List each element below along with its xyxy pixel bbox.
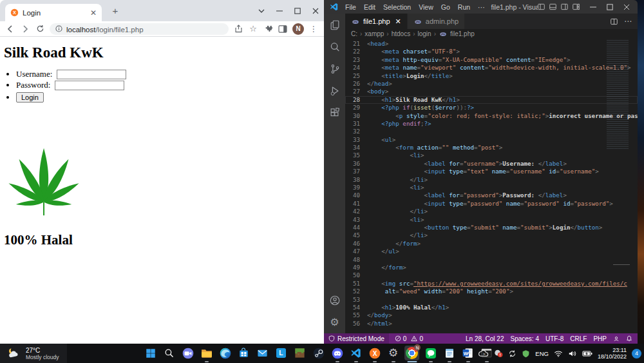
breadcrumb-item-file1php[interactable]: file1.php — [450, 30, 475, 37]
breadcrumb-item-htdocs[interactable]: htdocs — [392, 30, 410, 37]
source-control-icon[interactable] — [328, 63, 341, 75]
editor-tab-admin.php[interactable]: phpadmin.php — [408, 14, 465, 29]
breadcrumb-item-xampp[interactable]: xampp — [365, 30, 384, 37]
vscode-window: FileEditSelectionViewGoRun⋯ file1.php - … — [324, 0, 638, 344]
code-line-24: 24 <meta name="viewport" content="width=… — [345, 64, 638, 72]
extensions-icon[interactable] — [328, 106, 341, 119]
taskbar-icon-chrome[interactable]: N — [404, 346, 419, 360]
code-line-44: 44 <button type="submit" name="submit">L… — [345, 224, 638, 231]
taskbar-icon-xampp[interactable]: X — [367, 346, 382, 360]
username-label: Username: — [16, 69, 52, 79]
taskbar-icon-file-explorer[interactable] — [199, 346, 214, 360]
taskbar-icon-mail[interactable] — [255, 346, 270, 360]
taskbar-icon-line[interactable] — [423, 346, 438, 360]
taskbar-icon-discord[interactable] — [330, 346, 345, 360]
customize-layout-icon[interactable] — [573, 3, 580, 10]
menu-item-run[interactable]: Run — [454, 3, 474, 11]
language-indicator[interactable]: ENG — [535, 350, 549, 357]
eol-sequence[interactable]: CRLF — [570, 335, 587, 342]
battery-charging-icon[interactable] — [582, 351, 592, 357]
taskbar-icon-start[interactable] — [143, 346, 158, 360]
side-panel-icon[interactable] — [278, 24, 288, 34]
explorer-icon[interactable] — [328, 19, 341, 31]
alert-badge-icon[interactable] — [494, 349, 503, 358]
run-and-debug-icon[interactable] — [328, 84, 341, 97]
vscode-minimize-button[interactable] — [585, 4, 601, 10]
restricted-mode-item[interactable]: Restricted Mode — [324, 333, 389, 344]
minimize-button[interactable] — [276, 8, 283, 14]
taskbar-icon-chat[interactable] — [180, 346, 195, 360]
menu-item-go[interactable]: Go — [437, 3, 454, 11]
address-bar[interactable]: localhost/login/file1.php — [50, 23, 229, 35]
tab-close-icon[interactable]: ✕ — [90, 8, 97, 17]
taskbar-icon-minecraft[interactable] — [292, 346, 307, 360]
wifi-icon[interactable] — [554, 350, 563, 357]
share-icon[interactable] — [233, 24, 243, 34]
editor-tab-file1.php[interactable]: phpfile1.php✕ — [345, 14, 408, 29]
clock[interactable]: 23:11 18/10/2022 — [598, 347, 627, 360]
extensions-puzzle-icon[interactable] — [263, 24, 273, 34]
search-icon[interactable] — [328, 41, 341, 53]
encoding[interactable]: UTF-8 — [545, 335, 564, 342]
taskbar-icon-settings[interactable]: ⚙ — [386, 346, 401, 360]
problems-item[interactable]: 0 0 — [395, 335, 423, 342]
bookmark-star-icon[interactable]: ☆ — [248, 24, 258, 34]
code-line-51: 51 <img src="https://www.growweedeasy.co… — [345, 280, 638, 288]
menu-item-view[interactable]: View — [415, 3, 437, 11]
taskbar-icon-steam[interactable] — [311, 346, 326, 360]
close-button[interactable] — [312, 8, 319, 14]
menu-item-more[interactable]: ⋯ — [474, 3, 489, 11]
code-editor[interactable]: 21<head>22 <meta charset="UTF-8">23 <met… — [345, 39, 638, 333]
onedrive-cloud-icon[interactable] — [478, 349, 489, 357]
cursor-position[interactable]: Ln 28, Col 22 — [466, 335, 504, 342]
split-editor-icon[interactable] — [611, 18, 618, 25]
notifications-bell-icon[interactable] — [626, 335, 632, 342]
tab-close-icon[interactable]: ✕ — [395, 17, 401, 26]
taskbar-icon-search[interactable] — [162, 346, 176, 360]
breadcrumb-item-c[interactable]: C: — [351, 30, 357, 37]
vscode-maximize-button[interactable] — [601, 4, 618, 10]
volume-icon[interactable] — [568, 350, 577, 357]
browser-tab[interactable]: X Login ✕ — [5, 4, 102, 21]
vscode-close-button[interactable] — [618, 4, 635, 10]
security-shield-icon[interactable] — [522, 349, 530, 358]
login-button[interactable]: Login — [16, 92, 44, 103]
new-tab-button[interactable]: + — [108, 5, 122, 16]
feedback-icon[interactable] — [613, 335, 620, 342]
minimap[interactable] — [607, 40, 629, 150]
accounts-icon[interactable] — [328, 294, 341, 306]
menu-item-edit[interactable]: Edit — [360, 3, 379, 11]
taskbar-icon-edge[interactable] — [218, 346, 232, 360]
toggle-secondary-sidebar-icon[interactable] — [561, 3, 568, 10]
tab-search-chevron-icon[interactable] — [258, 9, 265, 13]
settings-gear-icon[interactable]: ⚙ — [328, 316, 341, 328]
taskbar-icon-notepad[interactable] — [442, 346, 457, 360]
breadcrumb-item-login[interactable]: login — [418, 30, 431, 37]
editor-more-actions-icon[interactable]: ⋯ — [624, 17, 632, 26]
maximize-button[interactable] — [294, 8, 301, 14]
browser-menu-dots-icon[interactable]: ⋮ — [308, 24, 319, 34]
sync-arrows-icon[interactable] — [508, 349, 516, 358]
forward-icon[interactable] — [20, 24, 30, 34]
menu-item-file[interactable]: File — [341, 3, 360, 11]
reload-icon[interactable] — [35, 24, 45, 34]
password-input[interactable] — [55, 81, 124, 90]
taskbar-icon-l-app[interactable]: L — [274, 346, 289, 360]
toggle-panel-icon[interactable] — [549, 3, 556, 10]
username-input[interactable] — [57, 70, 126, 79]
breadcrumb[interactable]: C:›xampp›htdocs›login›phpfile1.php — [345, 29, 638, 39]
code-line-46: 46 </form> — [345, 240, 638, 248]
menu-item-selection[interactable]: Selection — [379, 3, 415, 11]
profile-avatar[interactable]: N — [292, 23, 304, 35]
notification-count-badge[interactable]: 4 — [632, 349, 641, 358]
back-icon[interactable] — [5, 24, 15, 34]
hidden-icons-chevron-icon[interactable] — [466, 350, 473, 357]
indentation[interactable]: Spaces: 4 — [510, 335, 538, 342]
language-mode[interactable]: PHP — [593, 335, 607, 342]
code-line-37: 37 <input type="text" name="username" id… — [345, 168, 638, 175]
taskbar-icon-store[interactable] — [236, 346, 251, 360]
site-info-icon[interactable] — [55, 25, 62, 32]
weather-widget[interactable]: 27°C Mostly cloudy — [0, 344, 67, 363]
taskbar-icon-vscode[interactable] — [348, 346, 363, 360]
toggle-sidebar-icon[interactable] — [538, 3, 545, 10]
